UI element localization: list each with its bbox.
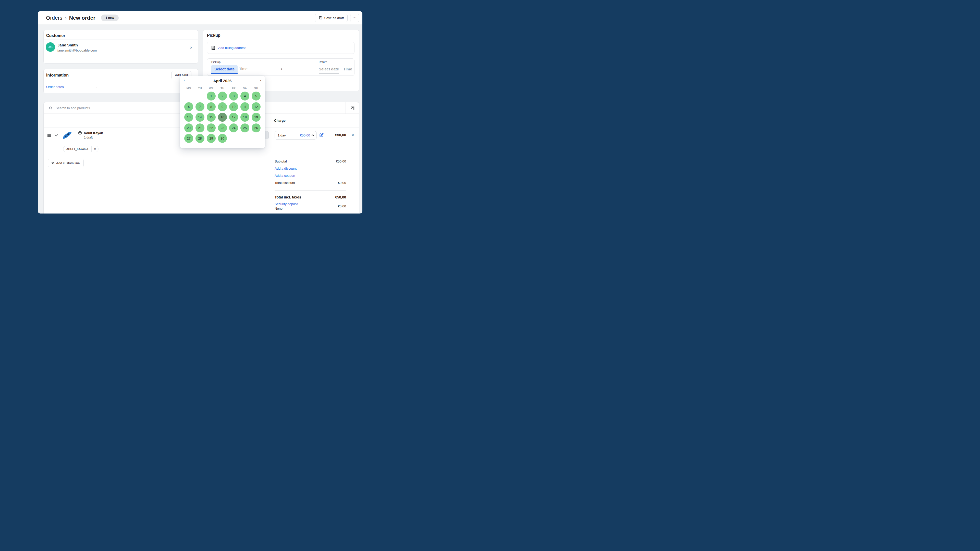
add-coupon-link[interactable]: Add a coupon	[275, 174, 295, 178]
calendar-cell: 8	[206, 102, 217, 112]
product-name[interactable]: Adult Kayak	[84, 131, 103, 135]
calendar-cell: 19	[251, 112, 262, 123]
return-label: Return	[319, 60, 327, 64]
calendar-cell: 5	[251, 91, 262, 102]
calendar-day-5[interactable]: 5	[251, 92, 261, 100]
calendar-weekday: WE	[206, 87, 217, 90]
calendar-weekday: SU	[251, 87, 262, 90]
receipt-icon	[211, 46, 215, 50]
calendar-day-13[interactable]: 13	[184, 113, 193, 122]
calendar-grid: 1234567891011121314151617181920212223242…	[180, 91, 265, 144]
total-discount-value: €0,00	[338, 181, 346, 185]
remove-line-icon[interactable]: ×	[352, 133, 354, 137]
total-value: €50,00	[335, 195, 346, 199]
calendar-day-12[interactable]: 12	[251, 102, 261, 111]
calendar-day-21[interactable]: 21	[196, 124, 204, 132]
calendar-cell: 30	[217, 133, 228, 144]
pickup-card-title: Pickup	[207, 33, 220, 38]
calendar-day-22[interactable]: 22	[207, 124, 216, 132]
order-notes-link[interactable]: Order notes	[46, 85, 64, 89]
calendar-day-19[interactable]: 19	[251, 113, 261, 122]
customer-card: Customer JS Jane Smith jane.smith@booqab…	[43, 30, 198, 64]
item-identifier-tag: ADULT_KAYAK-1 ×	[63, 146, 99, 152]
information-card: Information Add field Order notes -	[43, 69, 198, 94]
calendar-day-9[interactable]: 9	[218, 102, 227, 111]
calendar-cell: 11	[239, 102, 251, 112]
calendar-day-10[interactable]: 10	[229, 102, 238, 111]
calendar-day-26[interactable]: 26	[251, 124, 261, 132]
product-draft-count: 1 draft	[84, 136, 93, 139]
customer-name: Jane Smith	[57, 43, 78, 47]
charge-period-dropdown[interactable]: 1 day €50,00	[275, 131, 317, 140]
calendar-day-16[interactable]: 16	[218, 113, 227, 122]
page-title: New order	[69, 15, 95, 21]
calendar-next-icon[interactable]: ›	[259, 78, 261, 83]
totals-divider	[275, 190, 346, 191]
pickup-label: Pick up	[211, 60, 221, 64]
calendar-day-25[interactable]: 25	[240, 124, 249, 132]
calendar-cell: 12	[251, 102, 262, 112]
save-as-draft-button[interactable]: Save as draft	[315, 14, 348, 22]
calendar-cell: 3	[228, 91, 239, 102]
calendar-day-23[interactable]: 23	[218, 124, 227, 132]
calendar-day-6[interactable]: 6	[184, 102, 193, 111]
calendar-day-24[interactable]: 24	[229, 124, 238, 132]
security-deposit-value: €0,00	[338, 204, 346, 208]
calendar-day-2[interactable]: 2	[218, 92, 227, 100]
calendar-day-20[interactable]: 20	[184, 124, 193, 132]
calendar-day-15[interactable]: 15	[207, 113, 216, 122]
security-deposit-option: None	[275, 206, 283, 210]
pickup-select-date-tab[interactable]: Select date	[211, 65, 238, 74]
barcode-scanner-button[interactable]	[345, 102, 359, 114]
calendar-cell: 2	[217, 91, 228, 102]
calendar-day-29[interactable]: 29	[207, 134, 216, 143]
calendar-day-30[interactable]: 30	[218, 134, 227, 143]
add-discount-link[interactable]: Add a discount	[275, 167, 297, 170]
calendar-prev-icon[interactable]: ‹	[184, 78, 185, 83]
calendar-empty-cell	[183, 91, 194, 102]
calendar-day-4[interactable]: 4	[240, 92, 249, 100]
subtotal-value: €50,00	[336, 159, 346, 163]
ellipsis-icon: ···	[353, 16, 357, 20]
add-billing-address-link[interactable]: Add billing address	[218, 46, 246, 50]
calendar-header: ‹ April 2026 ›	[180, 76, 265, 84]
charge-column-header: Charge	[274, 119, 286, 122]
app-window: Orders › New order 1 new Save as draft ·…	[38, 11, 363, 213]
calendar-cell: 20	[183, 123, 194, 133]
breadcrumb-orders[interactable]: Orders	[46, 15, 62, 21]
calendar-day-17[interactable]: 17	[229, 113, 238, 122]
return-select-date-tab[interactable]: Select date	[319, 65, 339, 74]
calendar-weekday: MO	[183, 87, 194, 90]
more-actions-button[interactable]: ···	[350, 14, 360, 22]
customer-row[interactable]: JS Jane Smith jane.smith@booqable.com ×	[44, 40, 198, 63]
pickup-time-tab[interactable]: Time	[239, 67, 248, 71]
remove-tag-icon[interactable]: ×	[92, 147, 98, 151]
calendar-weekday: FR	[228, 87, 239, 90]
breadcrumb-separator: ›	[65, 15, 67, 21]
barcode-scanner-icon	[350, 106, 355, 110]
calendar-day-11[interactable]: 11	[240, 102, 249, 111]
product-icon	[78, 131, 82, 135]
return-time-tab[interactable]: Time	[343, 65, 352, 74]
date-picker-popup: ‹ April 2026 › MOTUWETHFRSASU 1234567891…	[180, 76, 265, 148]
calendar-day-28[interactable]: 28	[196, 134, 204, 143]
drag-handle-icon[interactable]	[48, 134, 51, 137]
calendar-weekday: TU	[194, 87, 206, 90]
calendar-day-27[interactable]: 27	[184, 134, 193, 143]
calendar-cell: 13	[183, 112, 194, 123]
calendar-cell: 22	[206, 123, 217, 133]
calendar-day-8[interactable]: 8	[207, 102, 216, 111]
billing-address-box: Add billing address	[207, 42, 355, 54]
security-deposit-link[interactable]: Security deposit	[275, 202, 298, 206]
chevron-down-icon[interactable]	[55, 134, 58, 137]
calendar-cell: 6	[183, 102, 194, 112]
app-header: Orders › New order 1 new Save as draft ·…	[38, 11, 363, 25]
calendar-day-3[interactable]: 3	[229, 92, 238, 100]
calendar-day-14[interactable]: 14	[196, 113, 204, 122]
calendar-cell: 15	[206, 112, 217, 123]
calendar-day-1[interactable]: 1	[207, 92, 216, 100]
add-custom-line-button[interactable]: Add custom line	[48, 159, 84, 167]
calendar-day-7[interactable]: 7	[196, 102, 204, 111]
calendar-day-18[interactable]: 18	[240, 113, 249, 122]
remove-customer-icon[interactable]: ×	[190, 45, 192, 50]
